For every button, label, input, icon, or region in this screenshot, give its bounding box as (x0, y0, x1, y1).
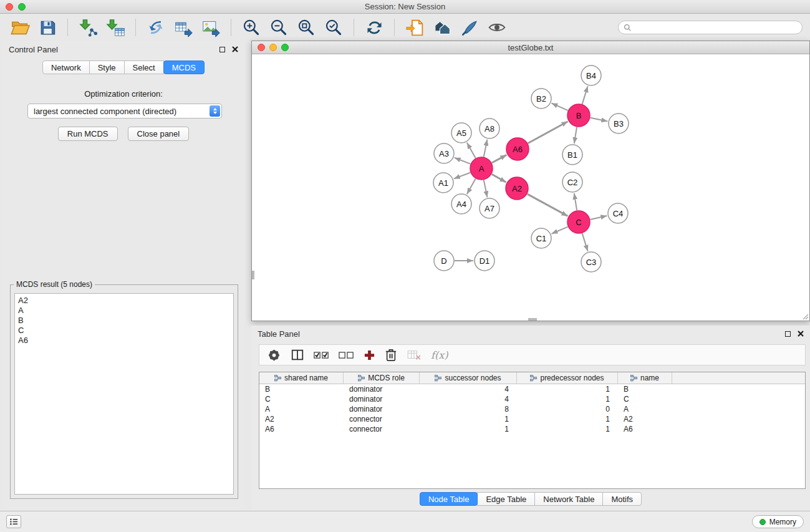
graph-node-A2[interactable]: A2 (506, 177, 528, 200)
network-zoom-button[interactable] (281, 44, 289, 51)
app-titlebar[interactable]: Session: New Session (0, 0, 810, 14)
table-row[interactable]: Cdominator41C (259, 394, 805, 404)
graph-node-B[interactable]: B (567, 104, 590, 127)
import-network-button[interactable] (75, 16, 100, 39)
graph-node-D[interactable]: D (434, 251, 454, 271)
tab-network[interactable]: Network (42, 60, 90, 74)
run-mcds-button[interactable]: Run MCDS (58, 127, 118, 141)
table-row[interactable]: A6connector11A6 (259, 424, 805, 434)
graph-node-A8[interactable]: A8 (480, 118, 499, 138)
zoom-fit-button[interactable] (294, 16, 319, 39)
table-settings-button[interactable] (267, 348, 281, 362)
network-overview-button[interactable] (430, 16, 455, 39)
network-minimize-button[interactable] (269, 44, 277, 51)
graph-edge-B-B3[interactable] (591, 118, 608, 122)
column-header[interactable]: shared name (259, 372, 344, 384)
graph-edge-C-C1[interactable] (552, 227, 568, 234)
zoom-out-button[interactable] (266, 16, 291, 39)
tab-motifs[interactable]: Motifs (602, 492, 642, 506)
list-item[interactable]: C (18, 326, 230, 336)
close-panel-icon[interactable] (232, 46, 238, 52)
tab-node-table[interactable]: Node Table (420, 492, 478, 506)
network-canvas[interactable]: B4B2BB3A8A5A6A3B1AC2A1A2A4A7C4CC1C3DD1 (252, 55, 809, 321)
function-builder-button[interactable]: f(x) (431, 349, 448, 361)
graph-node-A4[interactable]: A4 (451, 194, 471, 214)
zoom-window-button[interactable] (18, 3, 26, 11)
tab-mcds[interactable]: MCDS (163, 60, 205, 74)
graph-node-A6[interactable]: A6 (506, 138, 529, 160)
graph-node-A3[interactable]: A3 (434, 143, 454, 163)
network-window-titlebar[interactable]: testGlobe.txt (252, 41, 809, 54)
mcds-result-list[interactable]: A2ABCA6 (14, 293, 234, 495)
network-from-table-button[interactable] (171, 16, 196, 39)
criterion-dropdown[interactable]: largest connected component (directed) (27, 104, 222, 118)
graph-edge-B-B4[interactable] (582, 86, 588, 104)
graph-edge-C-C4[interactable] (591, 216, 607, 220)
tab-style[interactable]: Style (89, 60, 125, 74)
delete-table-button[interactable] (407, 349, 422, 360)
graph-edge-A2-C[interactable] (528, 194, 568, 216)
graph-edge-A-A7[interactable] (484, 180, 488, 198)
tab-edge-table[interactable]: Edge Table (477, 492, 535, 506)
show-columns-button[interactable] (291, 348, 304, 362)
column-header[interactable]: predecessor nodes (517, 372, 618, 384)
graph-edge-A6-B[interactable] (528, 122, 568, 143)
graph-edge-B-B2[interactable] (551, 103, 567, 110)
graph-node-D1[interactable]: D1 (475, 251, 494, 271)
column-header[interactable]: name (618, 372, 672, 384)
table-row[interactable]: Bdominator41B (259, 384, 805, 394)
list-item[interactable]: A6 (18, 336, 230, 346)
close-window-button[interactable] (6, 3, 13, 11)
graph-node-A7[interactable]: A7 (480, 198, 499, 218)
list-item[interactable]: B (18, 316, 230, 326)
export-image-button[interactable] (198, 16, 223, 39)
zoom-in-button[interactable] (239, 16, 264, 39)
close-panel-button[interactable]: Close panel (128, 127, 190, 141)
zoom-selected-button[interactable] (321, 16, 346, 39)
graph-edge-A-A8[interactable] (484, 140, 488, 157)
graph-node-C[interactable]: C (567, 211, 590, 233)
delete-column-button[interactable] (385, 348, 397, 362)
graph-edge-A-A3[interactable] (455, 158, 471, 164)
graph-edge-A-A1[interactable] (454, 173, 470, 179)
graph-node-A1[interactable]: A1 (433, 173, 453, 193)
list-item[interactable]: A (18, 306, 230, 316)
graph-edge-A-A4[interactable] (467, 179, 476, 195)
list-item[interactable]: A2 (18, 296, 230, 306)
graph-node-C4[interactable]: C4 (608, 203, 628, 223)
deselect-all-button[interactable] (339, 351, 354, 360)
float-panel-icon[interactable] (219, 47, 225, 52)
graph-node-C2[interactable]: C2 (562, 172, 582, 192)
graph-node-B3[interactable]: B3 (609, 114, 629, 133)
memory-button[interactable]: Memory (752, 515, 804, 528)
search-input[interactable] (635, 23, 797, 32)
resize-grip[interactable] (801, 312, 809, 320)
add-column-button[interactable] (364, 349, 375, 361)
import-table-button[interactable] (103, 16, 128, 39)
graph-node-B4[interactable]: B4 (581, 65, 601, 85)
graph-node-C3[interactable]: C3 (581, 252, 601, 272)
first-neighbors-button[interactable] (143, 16, 168, 39)
graph-edge-B-B1[interactable] (574, 127, 577, 143)
show-hide-button[interactable] (485, 16, 509, 39)
column-header[interactable]: MCDS role (344, 372, 420, 384)
graph-edge-C-C3[interactable] (582, 233, 588, 251)
tab-select[interactable]: Select (124, 60, 164, 74)
tab-network-table[interactable]: Network Table (534, 492, 603, 506)
save-session-button[interactable] (35, 16, 60, 39)
float-panel-icon[interactable] (785, 331, 791, 337)
graph-node-A5[interactable]: A5 (451, 123, 471, 143)
graph-edge-A-A6[interactable] (492, 155, 507, 163)
style-brush-button[interactable] (457, 16, 482, 39)
apply-layout-button[interactable] (362, 16, 387, 39)
network-close-button[interactable] (258, 44, 265, 51)
export-document-button[interactable] (402, 16, 427, 39)
graph-node-A[interactable]: A (470, 157, 493, 180)
graph-node-B1[interactable]: B1 (562, 145, 582, 165)
open-session-button[interactable] (7, 16, 32, 39)
table-row[interactable]: Adominator80A (259, 404, 805, 414)
graph-node-B2[interactable]: B2 (531, 89, 551, 109)
column-header[interactable]: successor nodes (420, 372, 517, 384)
close-panel-icon[interactable] (798, 331, 804, 337)
task-history-button[interactable] (6, 515, 21, 528)
